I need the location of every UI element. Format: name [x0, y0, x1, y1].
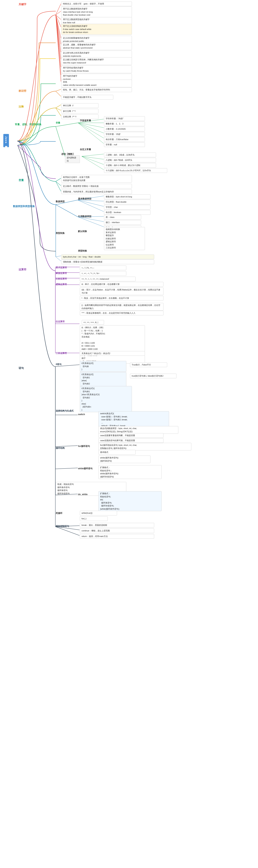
- type-convert-label: 类型转换: [56, 231, 65, 235]
- var-format: 定义格式：数据类型 变量名 = 初始化值: [61, 184, 132, 188]
- op-bitwise-label: 位运算符: [56, 320, 65, 323]
- op-logical-not: !：取反，区别于其他运算符，左右都跑，右边不计算: [80, 296, 163, 301]
- dtype-char: 字符型：char: [104, 205, 150, 210]
- kw-others: 其他 native strictfp transient volatile as…: [61, 80, 132, 87]
- for-infinite: for(;;): [80, 516, 108, 521]
- numeral-binary: 二进制：由0、1组成，以0b开头: [104, 153, 156, 157]
- for-basic: 基本格式: [99, 450, 136, 455]
- auto-convert-label: 默认转换: [78, 230, 87, 233]
- dtype-float: 浮点类型：float double: [104, 200, 150, 204]
- numeral-desc: 进X进制进法: [65, 155, 80, 163]
- numeral-decimal: 十进制：由0-1-30组成，默认为十进制: [104, 163, 156, 168]
- if-form1-code: if关系表达式{ 语句体 }: [80, 361, 126, 372]
- comment-single: 单行注释 //: [61, 103, 99, 108]
- op-arithmetic-label: 算术运算符: [56, 266, 67, 269]
- op-comparison-label: 比较运算符: [56, 277, 67, 280]
- dtype-class: 类：class: [104, 215, 141, 220]
- const-float: 小数常量：3.1415926: [104, 127, 145, 131]
- op-assignment-label: 赋值运算符: [56, 272, 67, 275]
- id-desc1: 组包、类、接口、方法、变量起名字使用的字符序列: [61, 88, 132, 92]
- var-desc1: 程序执行过程中，在某个范围 内其值可以发生变化的量: [61, 175, 132, 183]
- jump-return: return：返回，经常main方法: [80, 534, 154, 539]
- op-bitwise-examples: &：0和0,0，结果：1和1 |：有一个为1，结果：1 ^：取值均为0，不相同为…: [80, 325, 145, 364]
- const-variable-label: 变量: [56, 121, 60, 124]
- kw-goto: 特殊含义，全部小写 goto：保留字，不使用: [61, 1, 132, 6]
- switch-note1: 表达式的数据类型：byte, short, int, char, enum(JD…: [99, 426, 178, 434]
- numeral-hex: 十六进制：由0-9,a,b,c,d,e,f大小写均可，以0x开头: [104, 168, 167, 173]
- comment-multi: 多行注释 /* */: [61, 109, 99, 114]
- while-extended: 扩展格式： 初始化语句； while(循环条件语句) {循环补偿语句}: [99, 465, 161, 479]
- id-desc2: 不能是关键字，不能以数字开头: [61, 95, 113, 99]
- branch-keywords: 关键字: [19, 3, 26, 6]
- branch-datatypes: 数据类型和类型转换: [13, 205, 35, 208]
- var-storage: 变量的值，与内存有关，所以最好使用byte定义存储内存: [61, 189, 132, 194]
- branch-operators: 运算符: [19, 268, 26, 271]
- kw-exceptions: 用于异常处理的关键字 try catch finally throw throw…: [61, 65, 132, 73]
- for-format: for(循环初始化语句; byte, short, int, char, 控制输…: [99, 443, 191, 451]
- if-form2-desc: true执行语句体1, false执行语句体2: [130, 374, 177, 378]
- op-ternary-content: 关系表达式 ? 表达式1 : 表达式2: [80, 351, 145, 356]
- kw-literals: 用于定义数据类型值的关键字 true false null: [61, 17, 132, 25]
- while-true: while(true){}: [80, 511, 117, 516]
- stmt-if-label: if语句: [56, 363, 62, 366]
- op-assignment-content: =, +=, -=, *=, /=, %=: [80, 271, 126, 276]
- branch-identifiers: 标识符: [19, 89, 26, 93]
- branch-variables: 变量: [19, 179, 24, 182]
- kw-class-mods: 定义类，函数，变量修饰符的关键字 abstract final static s…: [61, 42, 132, 50]
- if-form3-code: if关系表达式1{ 语句体1 }else if关系表达式2{ 语句体2 } el…: [80, 386, 132, 412]
- stmt-for-label: for循环语句: [78, 445, 90, 448]
- stmt-while-label: while循环语句: [78, 467, 93, 470]
- jump-continue: continue：继续，进止上层范围: [80, 528, 154, 533]
- comment-doc: 文档注释 /** */: [61, 115, 99, 119]
- const-literal-label: 字面值常量: [80, 119, 91, 122]
- op-logical-and1: &：单计，左右两边都计算，右边都要计算: [80, 282, 163, 286]
- type-convert-auto-label: 类型转换: [78, 249, 87, 252]
- op-comparison-content: ==, !=, <, >, <=, >=, instanceof: [80, 277, 136, 281]
- op-logical-xor-note: ^^^：双道运算都相同，左右，左边是空间只有空的输入人入: [80, 311, 163, 315]
- const-int: 整数常量：1、2、3: [104, 122, 145, 126]
- const-null: 空常量：null: [104, 142, 145, 147]
- branch-statements: 语句: [19, 367, 24, 370]
- kw-instance: 定义建立实例及引用实例，判断实例的关键字 new this super inst…: [61, 57, 132, 65]
- for-while-note: while(循环条件语句) {循环体语句}: [99, 456, 150, 463]
- kw-data-types: 用于定义数据类型的关键字 class interface byte short …: [61, 6, 132, 17]
- const-char: 字符常量：'内容': [104, 132, 145, 136]
- op-bitwise-ops: <<, >>, >>>, &, |: [82, 320, 104, 325]
- switch-note2: case后面要常量值得判断，不能是变量: [99, 433, 163, 438]
- datatype-sub-label: 数据类型: [56, 200, 65, 203]
- stmt-loop-label: 循环结构: [56, 446, 65, 450]
- stmt-jump-label: 跳转控制语句: [56, 525, 69, 528]
- stmt-switch-label: switch: [78, 413, 85, 416]
- type-convert-forced: 强制转换：变量名=(目标类型)被转换的数据: [61, 259, 154, 264]
- if-form1-desc: True执行，False不行: [130, 363, 167, 367]
- kw-relations: 定义类与类之间关系的关键字 extends implements: [61, 51, 132, 58]
- op-arithmetic-content: +,-,*,/,%, ++,--: [80, 266, 126, 270]
- root-node: Java基础语法: [3, 134, 9, 147]
- jump-break: break：退出，里面的流程框: [80, 523, 154, 527]
- datatype-primitive-label: 基本数据类型: [78, 197, 91, 200]
- mind-map: Java基础语法 关键字 特殊含义，全部小写 goto：保留字，不使用 用于定义…: [0, 0, 258, 868]
- auto-convert-items: 低精度自动转换 算术运算符 整型提升 比较运算符 逻辑运算符 位运算符 三目运算…: [104, 227, 145, 250]
- const-custom-label: 自定义常量: [80, 148, 91, 151]
- dtype-interface: 接口：interface: [104, 220, 141, 225]
- kw-flow: 用于定义流程控制的关键字 if else switch case default…: [61, 24, 132, 35]
- stmt-select-label: 选择结构与生成式: [56, 409, 74, 412]
- op-ternary-label: 三目运算符: [56, 352, 67, 355]
- dtype-integer: 整数类型：byte short int long: [104, 194, 150, 199]
- op-logical-and2: &&：双计，左边为false，右边不计算，结果为false以外，都从左右计算，结…: [80, 287, 163, 295]
- switch-note3: case后面的语句结果可能，不能是变量: [99, 438, 163, 443]
- stmt-dowhile-label: do_while: [78, 493, 87, 496]
- op-logical-or: ||：如果判断结果的内容平均的运算发生问题，就是短路运算，右边都满足结果，左右空…: [80, 303, 163, 311]
- datatype-reference-label: 引用数据类型: [78, 215, 91, 218]
- dtype-boolean: 布尔型：boolean: [104, 210, 150, 215]
- stmt-infinite-label: 死循环: [56, 512, 63, 515]
- dowhile-code: 扩展格式： 初始化语句; do{ 循环体语句; 循环补偿语句; }while(循…: [99, 491, 161, 511]
- numeral-octal: 八进制：由0-7组成，以0开头: [104, 158, 156, 162]
- const-bool: 布尔常量：只有true/false: [104, 137, 145, 142]
- branch-comments: 注释: [19, 105, 24, 108]
- kw-access: 定义访问权限修饰符的关键字 private protected public: [61, 36, 132, 43]
- branch-constants: 常量、进制、和进制转换: [15, 123, 41, 126]
- op-logical-label: 逻辑运算符: [56, 283, 67, 286]
- type-convert-chain: byte,short,char→int→long→float→double: [61, 254, 154, 259]
- const-string: 字符串常量："内容": [104, 116, 145, 121]
